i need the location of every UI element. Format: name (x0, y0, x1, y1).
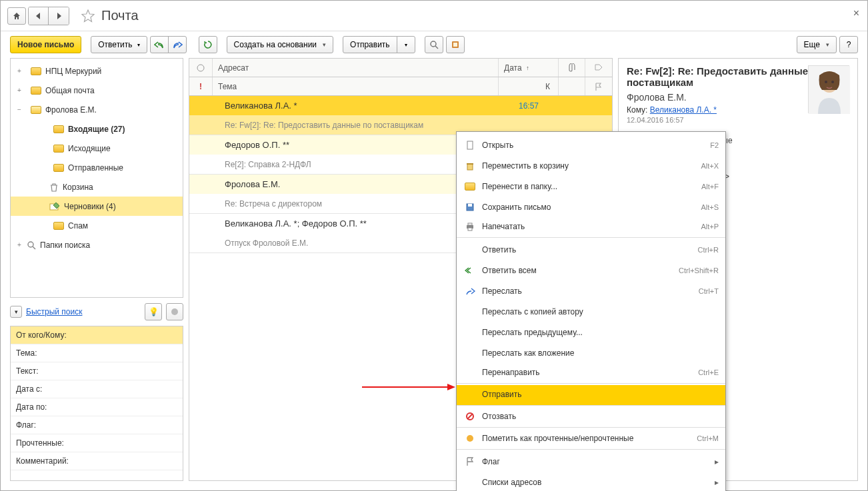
filter-comment[interactable]: Комментарий: (11, 452, 183, 470)
menu-item[interactable]: ПеренаправитьCtrl+E (457, 363, 725, 384)
preview-to-link[interactable]: Великанова Л.А. * (650, 105, 717, 115)
col-addressee[interactable]: Адресат (213, 59, 499, 77)
menu-item-label: Переслать предыдущему... (482, 328, 719, 337)
tree-item[interactable]: +НПЦ Меркурий (11, 61, 183, 81)
menu-item[interactable]: Ответить всемCtrl+Shift+R (457, 260, 725, 280)
send-button[interactable]: Отправить (343, 36, 397, 53)
svg-rect-12 (467, 141, 473, 149)
col-date[interactable]: Дата ↑ (499, 59, 559, 77)
menu-item[interactable]: Отозвать (457, 407, 725, 428)
mark-icon (463, 434, 477, 442)
menu-item-shortcut: Ctrl+T (699, 287, 719, 295)
tree-item[interactable]: Исходящие (11, 139, 183, 158)
reply-all-icon-button[interactable] (150, 36, 169, 53)
close-button[interactable]: × (853, 7, 859, 19)
create-from-button[interactable]: Создать на основании (227, 36, 334, 53)
tree-item[interactable]: +Общая почта (11, 81, 183, 100)
col-attachment-icon[interactable] (559, 59, 585, 77)
col-importance-icon[interactable]: ! (189, 77, 213, 95)
help-button[interactable]: ? (839, 36, 858, 53)
menu-item[interactable]: Переслать с копией автору (457, 301, 725, 322)
search-toggle[interactable]: ▾ (10, 306, 22, 318)
tree-item[interactable]: Корзина (11, 177, 183, 197)
menu-item-label: Открыть (482, 141, 710, 150)
filter-read[interactable]: Прочтенные: (11, 434, 183, 452)
forward-icon (463, 287, 477, 295)
filter-date-from[interactable]: Дата с: (11, 380, 183, 398)
send-dropdown-button[interactable]: ▾ (397, 36, 415, 53)
favorite-star-icon[interactable] (81, 9, 95, 23)
col-tag-icon[interactable] (585, 59, 612, 77)
tree-toggle[interactable]: + (15, 67, 24, 75)
quick-search-link[interactable]: Быстрый поиск (26, 307, 82, 316)
menu-item[interactable]: Переслать предыдущему... (457, 322, 725, 342)
col-payload[interactable]: К (499, 77, 559, 95)
find-button[interactable] (425, 36, 443, 53)
print-icon (463, 222, 477, 231)
menu-item[interactable]: Переслать как вложение (457, 342, 725, 363)
svg-rect-14 (467, 163, 473, 165)
message-date: 16:57 (499, 101, 559, 111)
new-mail-button[interactable]: Новое письмо (10, 36, 81, 53)
record-button[interactable] (166, 303, 183, 320)
col-status-icon[interactable] (189, 59, 213, 77)
col-subject[interactable]: Тема (213, 77, 499, 95)
hints-button[interactable]: 💡 (145, 303, 162, 320)
contacts-button[interactable] (446, 36, 465, 53)
more-button[interactable]: Еще (797, 36, 837, 53)
reply-button[interactable]: Ответить▾ (91, 36, 147, 53)
menu-item-shortcut: Alt+P (701, 223, 719, 231)
folder-icon (49, 164, 64, 172)
tree-item[interactable]: Входящие (27) (11, 119, 183, 139)
draft-icon (49, 202, 60, 211)
menu-item[interactable]: Списки адресов (457, 472, 725, 491)
menu-item[interactable]: ПереслатьCtrl+T (457, 280, 725, 301)
tree-item[interactable]: Отправленные (11, 158, 183, 177)
svg-point-10 (825, 81, 827, 83)
tree-toggle[interactable]: − (15, 106, 24, 113)
tree-item-label: Общая почта (45, 86, 95, 95)
menu-item-label: Переслать с копией автору (482, 307, 719, 316)
folder-tree: +НПЦ Меркурий+Общая почта−Фролова Е.М.Вх… (10, 58, 183, 298)
filter-subject[interactable]: Тема: (11, 344, 183, 362)
menu-item[interactable]: Пометить как прочтенные/непрочтенныеCtrl… (457, 429, 725, 450)
folder-icon (49, 145, 64, 153)
tree-item[interactable]: Спам (11, 216, 183, 235)
menu-item[interactable]: Переместить в корзинуAlt+X (457, 155, 725, 176)
filter-text[interactable]: Текст: (11, 362, 183, 380)
folder-icon (463, 183, 477, 191)
tree-toggle[interactable]: + (15, 241, 24, 248)
filter-from-to[interactable]: От кого/Кому: (11, 326, 183, 344)
menu-item-shortcut: Alt+F (701, 183, 719, 191)
menu-item[interactable]: ОтветитьCtrl+R (457, 239, 725, 260)
menu-item[interactable]: Сохранить письмоAlt+S (457, 197, 725, 217)
menu-item-label: Флаг (482, 457, 711, 466)
filter-date-to[interactable]: Дата по: (11, 398, 183, 416)
tree-item[interactable]: −Фролова Е.М. (11, 100, 183, 119)
forward-icon-button[interactable] (168, 36, 187, 53)
nav-forward-button[interactable] (49, 7, 69, 25)
tree-item[interactable]: +Папки поиска (11, 235, 183, 254)
tree-toggle[interactable]: + (15, 87, 24, 94)
menu-item[interactable]: Флаг (457, 451, 725, 472)
svg-rect-19 (468, 228, 472, 231)
menu-item[interactable]: Перенести в папку...Alt+F (457, 176, 725, 197)
nav-back-button[interactable] (29, 7, 49, 25)
tree-item-label: Папки поиска (40, 241, 90, 250)
menu-item[interactable]: НапечататьAlt+P (457, 217, 725, 238)
message-row[interactable]: Великанова Л.А. *16:57Re: Fw[2]: Re: Пре… (189, 96, 612, 135)
submenu-arrow-icon (711, 478, 719, 487)
filter-flag[interactable]: Флаг: (11, 416, 183, 434)
submenu-arrow-icon (711, 457, 719, 466)
flag-icon (463, 457, 477, 466)
menu-item[interactable]: Отправить (457, 385, 725, 406)
message-addressee: Великанова Л.А. * (213, 101, 499, 111)
menu-item-label: Ответить (482, 245, 698, 254)
preview-timestamp: 12.04.2016 16:57 (627, 116, 849, 124)
home-button[interactable] (7, 7, 26, 25)
trash-icon (463, 161, 477, 171)
refresh-button[interactable] (199, 36, 217, 53)
menu-item[interactable]: ОткрытьF2 (457, 135, 725, 155)
tree-item[interactable]: Черновики (4) (11, 197, 183, 216)
col-flag-icon[interactable] (585, 77, 612, 95)
